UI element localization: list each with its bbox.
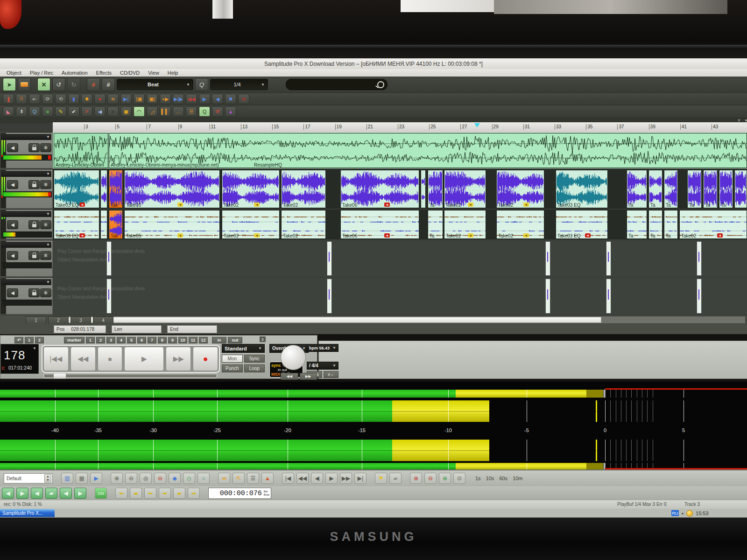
redo-button[interactable]: ↻ — [67, 78, 80, 91]
window-titlebar[interactable]: Samplitude Pro X Download Version – [оБН… — [0, 58, 747, 70]
clip-speaker-red-icon[interactable]: ◄ — [384, 203, 390, 207]
marker-button-11[interactable]: 11 — [189, 337, 197, 343]
zoom-range-button-1s[interactable]: 1s — [474, 476, 482, 481]
audio-clip[interactable]: Take02◄ — [444, 170, 486, 208]
range-minus-button[interactable]: ⊕ — [410, 473, 422, 484]
green-rew-button[interactable]: ◀ — [60, 488, 72, 499]
audio-clip[interactable]: Andrey-Lenickiy-Obnim — [54, 133, 108, 168]
wave-object-button[interactable]: ◠ — [134, 106, 145, 117]
timeline-ruler[interactable]: 35791113151719212325272931333537394143 — [53, 122, 747, 133]
nav-start-button[interactable]: ◀◀ — [186, 94, 197, 104]
zoom-preset-button-1[interactable]: 1 — [26, 316, 46, 324]
zoom-preset-button-4[interactable]: 4 — [93, 316, 113, 324]
pencil-check-button[interactable]: ✔ — [68, 106, 79, 117]
track-lane-5[interactable]: Play Cursor and Range Manipulation AreaO… — [53, 278, 747, 315]
play-rec-button[interactable]: ▶ — [90, 473, 102, 484]
tiny-clip[interactable] — [606, 279, 611, 314]
track-lock-button-1[interactable] — [28, 143, 40, 152]
record-button[interactable]: ● — [193, 347, 218, 371]
signature-dropdown[interactable]: / 4/4 ▼ — [307, 362, 338, 370]
audio-clip[interactable] — [100, 170, 107, 208]
blue-block-button[interactable]: ▮ — [68, 94, 79, 104]
tiny-clip[interactable] — [697, 279, 702, 314]
audio-clip[interactable]: Take03 EQ — [556, 170, 608, 208]
record-ellipse-button[interactable]: ● — [94, 94, 106, 104]
lr-cursor-button[interactable]: ʀ — [42, 106, 53, 117]
menu-item-object[interactable]: Object — [7, 70, 21, 76]
forward-button[interactable]: ▶▶ — [166, 347, 191, 371]
clip-speaker-red-icon[interactable]: ◄ — [717, 233, 723, 238]
track-list-button[interactable]: ☰ — [247, 473, 259, 484]
pink-tool-button[interactable]: ◣ — [3, 106, 14, 117]
nudge-back-button[interactable]: ◀◀ — [281, 373, 298, 380]
marker-button-2[interactable]: 2 — [96, 337, 105, 343]
loop-step-fwd-button[interactable]: ▶ — [16, 488, 28, 499]
track-freeze-button-2[interactable]: ✻ — [40, 180, 51, 189]
nav-back-button[interactable]: ◀ — [212, 94, 223, 104]
track-lane-1[interactable]: Andrey-Lenickiy-ObnimAndrey-Lenickiy-Obn… — [53, 133, 747, 168]
grid-badge-button[interactable]: 233 — [95, 488, 107, 499]
end-field[interactable]: End — [167, 325, 217, 333]
range-store-button[interactable]: ⊕ — [439, 473, 451, 484]
clip-speaker-icon[interactable]: ◄ — [523, 203, 529, 207]
nav-cancel-button[interactable]: ✖ — [225, 94, 236, 104]
fade-slope-button[interactable]: ◿ — [147, 106, 158, 117]
fade-tool-button[interactable]: ≋ — [107, 94, 119, 104]
language-badge[interactable]: RU — [671, 510, 679, 516]
track-lock-button-5[interactable] — [28, 288, 40, 297]
green-block-button[interactable]: ▰ — [45, 488, 57, 499]
audio-clip[interactable]: Ta — [428, 170, 443, 208]
audio-clip[interactable]: Take02◄ — [222, 170, 280, 208]
obj-play-button[interactable]: ◗▶ — [160, 94, 171, 104]
track-header-5[interactable]: ▼◀✻ — [0, 278, 53, 315]
tiny-clip[interactable] — [545, 279, 550, 314]
menu-item-play-rec[interactable]: Play / Rec — [30, 70, 53, 76]
stop-button[interactable]: ■ — [98, 347, 123, 371]
clip-speaker-icon[interactable]: ◄ — [254, 233, 260, 238]
mute-speaker-button[interactable]: ◀ — [94, 106, 106, 117]
audio-clip[interactable]: Take06◄ — [340, 210, 419, 239]
metronome-lock-button[interactable]: # ⌐ — [324, 371, 339, 378]
loop-step-back-button[interactable]: ◀ — [2, 488, 14, 499]
track-mute-button-1[interactable]: ◀ — [7, 143, 18, 152]
track-freeze-button-3[interactable]: ✻ — [40, 220, 51, 229]
audio-clip[interactable]: Tak — [109, 170, 123, 208]
track-mute-button-5[interactable]: ◀ — [7, 288, 18, 297]
taskbar-app-button[interactable]: Samplitude Pro X... — [0, 509, 55, 517]
clip-speaker-red-icon[interactable]: ◄ — [79, 233, 85, 238]
audio-clip[interactable] — [100, 210, 107, 239]
clip-speaker-red-icon[interactable]: ◄ — [585, 233, 591, 238]
audio-clip[interactable]: Ta — [719, 170, 733, 208]
object-lasso-button[interactable]: ⇤ — [29, 94, 40, 104]
marker-button-9[interactable]: 9 — [168, 337, 177, 343]
track-header-2[interactable]: ▼◀✻ — [0, 169, 53, 209]
track-mute-button-3[interactable]: ◀ — [7, 220, 18, 229]
obj-skip-button[interactable]: ▶|▶ — [173, 94, 184, 104]
zoom-out-button[interactable]: ⊖ — [125, 473, 137, 484]
track-freeze-button-5[interactable]: ✻ — [40, 288, 51, 297]
edit-time-field[interactable]: 000:00:076BarBeat — [208, 488, 271, 499]
monitor-button[interactable]: Mon — [222, 355, 243, 363]
sync-button[interactable]: Sync — [244, 355, 265, 363]
audio-clip[interactable]: Take02◄ — [496, 170, 544, 208]
marker-button-7[interactable]: 7 — [148, 337, 156, 343]
play-button[interactable]: ▶ — [124, 347, 164, 371]
obj-next-button[interactable]: ▣| — [147, 94, 158, 104]
clip-speaker-icon[interactable]: ◄ — [177, 203, 183, 207]
audio-clip[interactable]: Take02◄ — [222, 210, 280, 239]
marker-button-6[interactable]: 6 — [137, 337, 146, 343]
flag-button[interactable]: ⚑ — [375, 473, 387, 484]
zoom-cancel-button[interactable]: ⊖ — [154, 473, 166, 484]
yellow-save-button[interactable]: ▰ — [130, 488, 142, 499]
audio-clip[interactable]: Ta — [664, 210, 678, 239]
clip-speaker-icon[interactable]: ◄ — [177, 233, 183, 238]
tempo-knob[interactable] — [281, 345, 306, 370]
audio-clip[interactable]: Take02 — [281, 170, 326, 208]
track-title-bar-2[interactable]: ▼ — [1, 171, 51, 177]
clip-speaker-icon[interactable]: ◄ — [523, 233, 529, 238]
yellow-next-button[interactable]: ➡ — [188, 488, 200, 499]
menu-item-effects[interactable]: Effects — [96, 70, 112, 76]
track-header-1[interactable]: ▼◀✻ — [0, 133, 53, 168]
undo-button[interactable]: ↺ — [52, 78, 65, 91]
brush-button[interactable]: ✐ — [81, 106, 92, 117]
